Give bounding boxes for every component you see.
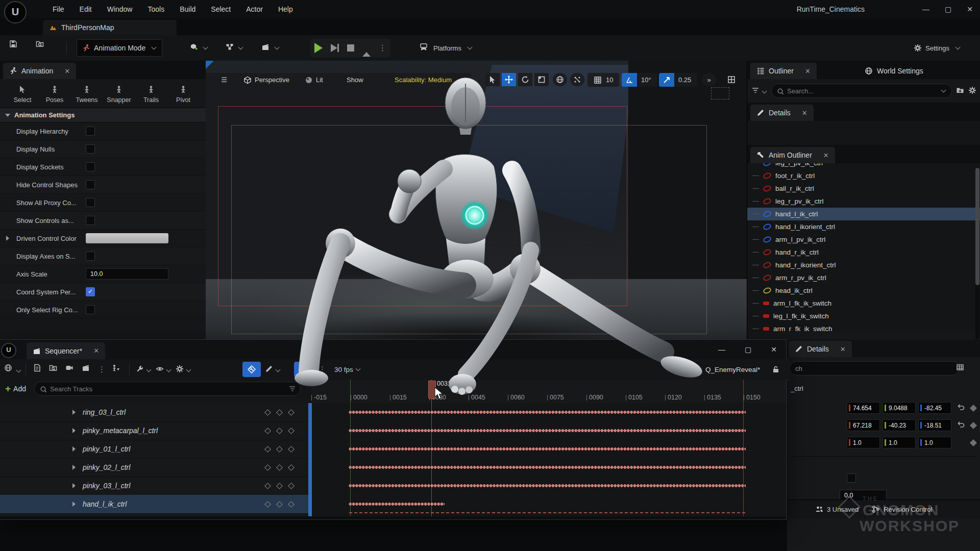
expand-arrow-icon[interactable] — [6, 236, 9, 241]
anim-outliner-item[interactable]: hand_l_ikorient_ctrl — [747, 220, 980, 233]
key-diamond-icon[interactable] — [288, 409, 295, 416]
menu-item-file[interactable]: File — [45, 0, 72, 18]
add-track-button[interactable]: + Add — [0, 383, 31, 394]
menu-item-help[interactable]: Help — [271, 0, 301, 18]
blueprints-dropdown[interactable] — [226, 39, 243, 57]
anim-outliner-item[interactable]: leg_l_fk_ik_switch — [747, 310, 980, 322]
keyframe-dots[interactable] — [349, 502, 445, 507]
expand-arrow-icon[interactable] — [72, 410, 76, 415]
key-diamond-icon[interactable] — [276, 428, 283, 434]
view-options-dropdown[interactable] — [156, 365, 172, 374]
keyframe-icon[interactable] — [970, 421, 977, 429]
anim-outliner-item[interactable]: arm_l_pv_ik_ctrl — [747, 233, 980, 246]
play-button[interactable] — [314, 43, 323, 53]
keyframe-dots[interactable] — [349, 483, 746, 488]
perspective-dropdown[interactable]: Perspective — [237, 73, 296, 87]
animation-settings-header[interactable]: Animation Settings — [0, 108, 206, 122]
select-tool-icon[interactable] — [485, 73, 500, 86]
fps-dropdown[interactable]: 30 fps — [334, 366, 361, 373]
close-icon[interactable]: ✕ — [840, 345, 846, 353]
rotate-tool-icon[interactable] — [518, 73, 532, 86]
close-icon[interactable]: ✕ — [967, 0, 973, 18]
tab-animation[interactable]: Animation ✕ — [3, 63, 76, 79]
transform-field[interactable]: 1.0 — [847, 437, 880, 448]
scrollbar[interactable] — [975, 168, 979, 339]
expand-arrow-icon[interactable] — [72, 465, 76, 470]
checkbox-show-all-proxy-co[interactable] — [86, 198, 95, 207]
move-tool-icon[interactable] — [502, 73, 516, 86]
create-sequence-icon[interactable] — [33, 364, 43, 375]
menu-item-build[interactable]: Build — [172, 0, 203, 18]
keyframe-dots[interactable] — [349, 465, 746, 470]
checkbox-show-controls-as[interactable] — [86, 216, 95, 225]
create-folder-icon[interactable] — [956, 86, 964, 96]
tool-trails[interactable]: Trails — [136, 85, 166, 104]
surface-snap-icon[interactable] — [570, 73, 584, 86]
transform-field[interactable]: -82.45 — [918, 402, 951, 414]
checkbox-display-hierarchy[interactable] — [86, 127, 95, 136]
track-filter-icon[interactable] — [288, 385, 295, 393]
add-actor-to-sequencer-icon[interactable] — [112, 364, 122, 375]
close-icon[interactable]: ✕ — [823, 152, 829, 159]
transform-field[interactable]: -40.23 — [883, 419, 916, 431]
close-icon[interactable]: ✕ — [802, 109, 807, 117]
menu-item-edit[interactable]: Edit — [72, 0, 100, 18]
camera-icon[interactable] — [65, 364, 76, 375]
track-row[interactable]: pinky_metacarpal_l_ctrl — [0, 421, 311, 440]
keyframe-dots[interactable] — [349, 428, 746, 433]
transform-field[interactable]: 9.0488 — [883, 402, 916, 414]
viewport-menu-button[interactable]: ☰ — [216, 73, 232, 87]
key-diamond-icon[interactable] — [276, 483, 283, 489]
menu-item-window[interactable]: Window — [100, 0, 140, 18]
key-diamond-icon[interactable] — [264, 428, 271, 434]
sequencer-settings-dropdown[interactable] — [136, 365, 152, 374]
lit-dropdown[interactable]: Lit — [299, 73, 329, 87]
close-icon[interactable]: ✕ — [805, 67, 811, 75]
scale-snap-button[interactable]: 0.25 — [659, 73, 697, 87]
camera-speed-expand-icon[interactable]: » — [702, 73, 716, 86]
edit-mode-dropdown[interactable] — [265, 365, 281, 374]
outliner-settings-icon[interactable] — [968, 86, 976, 96]
expand-arrow-icon[interactable] — [72, 483, 76, 488]
transform-field[interactable]: -18.51 — [918, 419, 951, 431]
render-movie-icon[interactable] — [82, 364, 92, 375]
revert-icon[interactable] — [957, 420, 965, 430]
show-dropdown[interactable]: Show — [340, 73, 370, 87]
track-row[interactable]: ring_03_l_ctrl — [0, 403, 311, 422]
frame-skip-button[interactable] — [331, 44, 339, 52]
expand-arrow-icon[interactable] — [72, 502, 76, 507]
viewport-layout-icon[interactable] — [724, 73, 739, 86]
tab-details-lower[interactable]: Details✕ — [789, 341, 852, 357]
track-row[interactable]: hand_l_ik_ctrl — [0, 495, 311, 514]
details-checkbox[interactable] — [847, 473, 856, 483]
key-diamond-icon[interactable] — [276, 464, 283, 471]
checkbox-coord-system-per[interactable]: ✓ — [86, 287, 95, 296]
table-view-icon[interactable] — [956, 363, 964, 373]
grid-snap-button[interactable]: 10 — [587, 73, 619, 87]
expand-arrow-icon[interactable] — [72, 446, 76, 452]
checkbox-only-select-rig-co[interactable] — [86, 305, 95, 314]
menu-item-select[interactable]: Select — [203, 0, 238, 18]
key-diamond-icon[interactable] — [288, 464, 295, 471]
tool-snapper[interactable]: Snapper — [104, 85, 134, 104]
key-diamond-icon[interactable] — [264, 483, 271, 489]
anim-outliner-item[interactable]: head_ik_ctrl — [747, 284, 980, 297]
checkbox-display-axes-on-s[interactable] — [86, 252, 95, 261]
stop-button[interactable] — [347, 44, 354, 52]
key-diamond-icon[interactable] — [264, 464, 271, 471]
transform-field[interactable]: 1.0 — [883, 437, 916, 448]
keyframe-icon[interactable] — [970, 404, 977, 411]
checkbox-display-sockets[interactable] — [86, 162, 95, 171]
lock-icon[interactable] — [772, 365, 779, 374]
key-diamond-icon[interactable] — [264, 446, 271, 453]
key-diamond-icon[interactable] — [288, 483, 295, 489]
anim-outliner-item[interactable]: arm_l_fk_ik_switch — [747, 297, 980, 310]
animation-mode-dropdown[interactable]: Animation Mode — [77, 39, 162, 57]
key-diamond-icon[interactable] — [288, 446, 295, 453]
platforms-dropdown[interactable]: Platforms — [420, 39, 473, 57]
close-icon[interactable]: ✕ — [771, 340, 777, 359]
scrollbar-thumb[interactable] — [975, 168, 979, 285]
anim-outliner-item[interactable]: leg_r_pv_ik_ctrl — [747, 195, 980, 208]
menu-item-actor[interactable]: Actor — [238, 0, 271, 18]
key-diamond-icon[interactable] — [276, 409, 283, 416]
